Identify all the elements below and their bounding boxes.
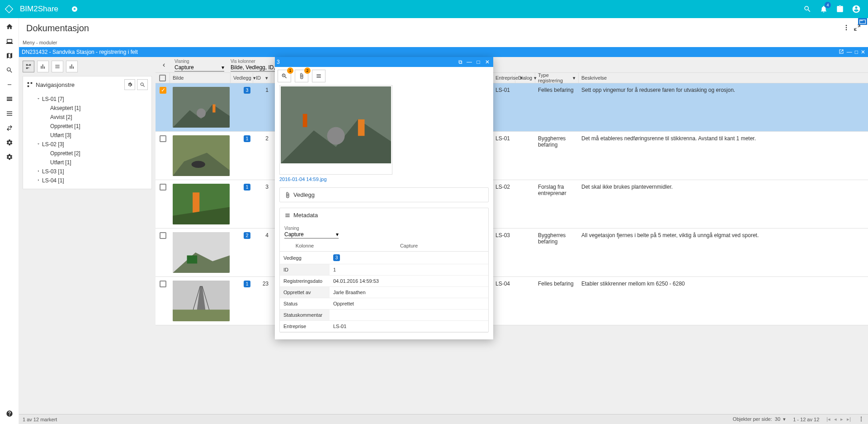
view-tree-icon[interactable] bbox=[23, 61, 34, 72]
svg-rect-14 bbox=[193, 192, 199, 213]
tree-node[interactable]: LS-03 [1] bbox=[25, 167, 150, 176]
svg-point-28 bbox=[327, 127, 344, 145]
dlg-minimize-icon[interactable]: — bbox=[465, 59, 473, 65]
tree-settings-icon[interactable] bbox=[124, 79, 135, 90]
back-icon[interactable] bbox=[159, 62, 168, 68]
meta-row: Registreringsdato04.01.2016 14:59:53 bbox=[280, 276, 488, 287]
thumbnail[interactable] bbox=[173, 184, 230, 224]
nav-sync-icon[interactable] bbox=[0, 121, 19, 135]
view-bars-icon[interactable] bbox=[37, 61, 49, 72]
nav-doc-icon[interactable] bbox=[0, 92, 19, 106]
dlg-maximize-icon[interactable]: □ bbox=[474, 59, 482, 65]
nav-list-icon[interactable] bbox=[0, 107, 19, 120]
perpage-select[interactable]: 30 ▾ bbox=[775, 416, 786, 422]
table-row[interactable]: 123LS-04Felles befaringEtabler stikkrenn… bbox=[156, 277, 868, 325]
svg-rect-2 bbox=[860, 20, 863, 21]
row-checkbox[interactable] bbox=[160, 184, 166, 191]
search-icon[interactable] bbox=[799, 1, 816, 17]
dlg-close-icon[interactable]: ✕ bbox=[483, 59, 491, 65]
tree-search-icon[interactable] bbox=[137, 79, 148, 90]
svg-rect-18 bbox=[187, 255, 198, 263]
tree-node[interactable]: Avvist [2] bbox=[25, 113, 150, 122]
nav-help-icon[interactable] bbox=[0, 407, 19, 420]
meta-row: Opprettet avJarle Braathen bbox=[280, 287, 488, 298]
col-id[interactable]: ID▾ bbox=[253, 73, 271, 83]
col-vedlegg[interactable]: Vedlegg▾ bbox=[231, 73, 253, 83]
meta-key: ID bbox=[280, 264, 330, 276]
nav-minus-icon[interactable] bbox=[0, 78, 19, 91]
proj-maximize-icon[interactable]: □ bbox=[855, 49, 858, 56]
nav-search-icon[interactable] bbox=[0, 63, 19, 77]
svg-point-3 bbox=[846, 25, 847, 26]
footer-more-icon[interactable] bbox=[858, 416, 864, 423]
page-next-icon[interactable]: ▸ bbox=[840, 416, 843, 422]
main: Dokumentasjon Meny - moduler DN231432 - … bbox=[19, 18, 868, 424]
tree-node[interactable]: Utført [1] bbox=[25, 158, 150, 167]
thumbnail[interactable] bbox=[173, 281, 230, 321]
more-icon[interactable] bbox=[843, 24, 850, 33]
row-checkbox[interactable] bbox=[160, 87, 166, 94]
cell-id: 4 bbox=[253, 229, 271, 242]
visning-select[interactable]: Capture▾ bbox=[175, 64, 224, 71]
nav-settings-icon[interactable] bbox=[0, 136, 19, 149]
tree-node[interactable]: Opprettet [1] bbox=[25, 122, 150, 131]
nav-settings2-icon[interactable] bbox=[0, 150, 19, 164]
metadata-icon bbox=[284, 212, 291, 219]
meta-visning-select[interactable]: Capture▾ bbox=[284, 231, 339, 238]
dlg-zoom-button[interactable]: 1 bbox=[278, 70, 291, 82]
clipboard-icon[interactable] bbox=[832, 1, 848, 17]
dialog-image[interactable] bbox=[279, 85, 392, 175]
row-checkbox[interactable] bbox=[160, 135, 166, 142]
col-entreprise[interactable]: Entreprise▾ bbox=[493, 73, 515, 83]
nav-laptop-icon[interactable] bbox=[0, 34, 19, 48]
page-first-icon[interactable]: |◂ bbox=[826, 416, 830, 422]
collapse-icon[interactable] bbox=[854, 24, 861, 33]
tree-node[interactable]: Akseptert [1] bbox=[25, 104, 150, 113]
col-bilde[interactable]: Bilde bbox=[170, 73, 231, 83]
panel-indicator-icon[interactable] bbox=[858, 18, 867, 25]
view-stats-icon[interactable] bbox=[66, 61, 78, 72]
proj-popout-icon[interactable] bbox=[839, 49, 844, 56]
col-type[interactable]: Type registrering▾ bbox=[535, 73, 579, 83]
proj-close-icon[interactable]: ✕ bbox=[861, 49, 865, 56]
proj-minimize-icon[interactable]: — bbox=[847, 49, 852, 56]
metadata-table: KolonneCapture Vedlegg3ID1Registreringsd… bbox=[280, 240, 488, 332]
account-icon[interactable] bbox=[848, 1, 864, 17]
table-row[interactable]: 13LS-02Forslag fra entreprenørDet skal i… bbox=[156, 180, 868, 229]
col-beskrivelse[interactable]: Beskrivelse bbox=[579, 73, 868, 83]
view-list-icon[interactable] bbox=[52, 61, 63, 72]
menu-modules[interactable]: Meny - moduler bbox=[19, 38, 868, 47]
row-checkbox[interactable] bbox=[160, 281, 166, 287]
thumbnail[interactable] bbox=[173, 232, 230, 273]
meta-value: 3 bbox=[330, 252, 488, 264]
page-last-icon[interactable]: ▸| bbox=[847, 416, 851, 422]
image-filename[interactable]: 2016-01-04 14:59.jpg bbox=[279, 176, 489, 182]
page-prev-icon[interactable]: ◂ bbox=[834, 416, 837, 422]
dlg-attach-button[interactable]: 2 bbox=[295, 70, 308, 82]
nav-map-icon[interactable] bbox=[0, 49, 19, 62]
table-row[interactable]: 12LS-01Byggherres befaringDet må etabler… bbox=[156, 132, 868, 180]
tree-node[interactable]: LS-02 [3] bbox=[25, 140, 150, 149]
dlg-popout-icon[interactable]: ⧉ bbox=[456, 59, 464, 65]
meta-value: Opprettet bbox=[330, 298, 488, 310]
col-dialog[interactable]: Dialog▾ bbox=[515, 73, 535, 83]
table-row[interactable]: 31LS-01Felles befaringSett opp vingemur … bbox=[156, 83, 868, 132]
tree-node[interactable]: LS-01 [7] bbox=[25, 95, 150, 104]
tree-node[interactable]: Opprettet [2] bbox=[25, 149, 150, 158]
dlg-list-button[interactable] bbox=[312, 70, 326, 82]
favorite-icon[interactable] bbox=[66, 1, 83, 17]
row-checkbox[interactable] bbox=[160, 232, 166, 239]
svg-point-12 bbox=[192, 161, 205, 168]
nav-home-icon[interactable] bbox=[0, 20, 19, 33]
col-checkall[interactable] bbox=[156, 73, 170, 83]
tree-node[interactable]: LS-04 [1] bbox=[25, 176, 150, 185]
content: Navigasjonstre LS-01 [7]Akseptert [1]Avv… bbox=[19, 57, 868, 424]
thumbnail[interactable] bbox=[173, 87, 230, 128]
notifications-icon[interactable]: 4 bbox=[816, 1, 832, 17]
thumbnail[interactable] bbox=[173, 135, 230, 176]
cell-entreprise: LS-01 bbox=[493, 83, 515, 97]
cell-dialog bbox=[515, 83, 535, 91]
tree-node[interactable]: Utført [3] bbox=[25, 131, 150, 140]
titlebar: Dokumentasjon bbox=[19, 18, 868, 38]
table-row[interactable]: 24LS-03Byggherres befaringAll vegetasjon… bbox=[156, 229, 868, 277]
